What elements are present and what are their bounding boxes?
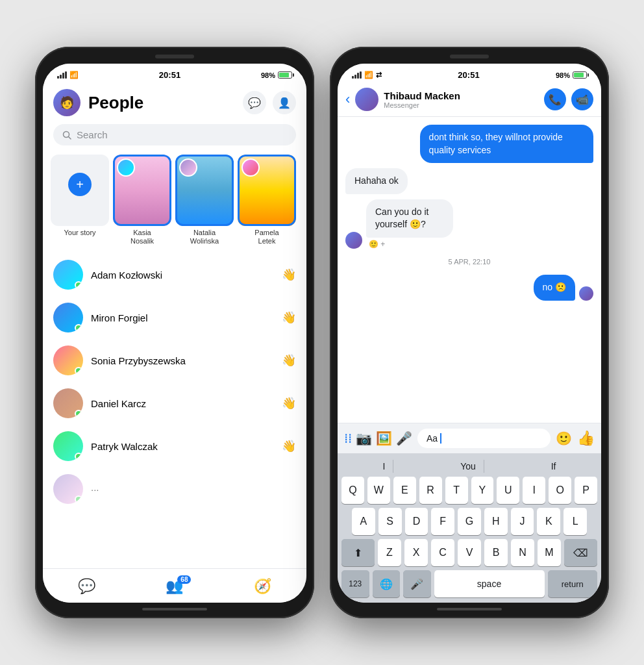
- tab-chat[interactable]: 💬: [65, 575, 108, 597]
- message-bubble-2: Hahaha ok: [345, 168, 408, 194]
- key-shift[interactable]: ⬆: [341, 539, 375, 566]
- emoji-icon[interactable]: 🙂: [556, 431, 572, 446]
- online-dot-daniel: [75, 410, 82, 418]
- key-q[interactable]: Q: [341, 477, 364, 504]
- status-time-right: 20:51: [458, 70, 479, 80]
- phone-call-button[interactable]: 📞: [544, 88, 566, 110]
- search-icon: [62, 131, 71, 140]
- contact-patryk[interactable]: Patryk Walczak 👋: [43, 425, 306, 468]
- key-h[interactable]: H: [484, 508, 508, 535]
- key-return[interactable]: return: [548, 570, 598, 597]
- wifi-icon: 📶: [69, 71, 79, 79]
- tab-discover[interactable]: 🧭: [241, 575, 284, 597]
- key-y[interactable]: Y: [471, 477, 494, 504]
- speaker-left: [155, 55, 194, 58]
- key-x[interactable]: X: [404, 539, 428, 566]
- kbd-row-4: 123 🌐 🎤 space return: [341, 570, 597, 600]
- chat-contact-avatar: [355, 88, 378, 111]
- camera-icon[interactable]: 📷: [356, 431, 372, 446]
- status-left-right: 📶 ⇄: [352, 71, 382, 79]
- message-icon-button[interactable]: 💬: [243, 91, 266, 114]
- key-p[interactable]: P: [575, 477, 597, 504]
- message-text-2: Hahaha ok: [354, 175, 399, 186]
- message-bubble-1: dont think so, they willnot provide qual…: [420, 125, 593, 163]
- tab-people[interactable]: 👥 68: [153, 575, 196, 597]
- contact-sonia[interactable]: Sonia Przybyszewska 👋: [43, 339, 306, 382]
- key-t[interactable]: T: [445, 477, 468, 504]
- speaker-right: [450, 55, 489, 58]
- phones-container: 📶 20:51 98% 🧑 People 💬: [35, 47, 609, 618]
- story-kasia[interactable]: KasiaNosalik: [113, 155, 171, 245]
- story-add-thumb: +: [51, 155, 109, 226]
- key-f[interactable]: F: [431, 508, 454, 535]
- contact-miron[interactable]: Miron Forgiel 👋: [43, 296, 306, 339]
- key-j[interactable]: J: [511, 508, 534, 535]
- key-b[interactable]: B: [484, 539, 508, 566]
- key-l[interactable]: L: [564, 508, 587, 535]
- grid-icon[interactable]: ⁞⁞: [344, 431, 352, 446]
- key-i[interactable]: I: [523, 477, 545, 504]
- online-dot-sonia: [75, 367, 82, 375]
- key-k[interactable]: K: [537, 508, 560, 535]
- key-w[interactable]: W: [367, 477, 390, 504]
- wave-icon-sonia: 👋: [282, 353, 296, 368]
- message-input[interactable]: Aa: [417, 429, 551, 448]
- wave-icon-patryk: 👋: [282, 439, 296, 453]
- add-person-icon: 👤: [278, 97, 291, 109]
- reaction-add: 🙂 +: [369, 240, 385, 249]
- key-u[interactable]: U: [497, 477, 519, 504]
- key-space[interactable]: space: [434, 570, 545, 597]
- status-bar-left: 📶 20:51 98%: [43, 64, 306, 82]
- contact-partial[interactable]: ···: [43, 468, 306, 510]
- contact-adam[interactable]: Adam Kozłowski 👋: [43, 253, 306, 296]
- key-globe[interactable]: 🌐: [373, 570, 401, 597]
- message-timestamp: 5 APR, 22:10: [345, 258, 593, 266]
- right-phone: 📶 ⇄ 20:51 98% ‹ Thibaud Macken Messenger: [330, 47, 609, 618]
- key-123[interactable]: 123: [341, 570, 369, 597]
- key-c[interactable]: C: [431, 539, 454, 566]
- suggestion-if[interactable]: If: [543, 460, 564, 473]
- contact-daniel[interactable]: Daniel Karcz 👋: [43, 382, 306, 425]
- keyboard-rows: Q W E R T Y U I O P A S: [340, 477, 599, 600]
- key-m[interactable]: M: [538, 539, 561, 566]
- video-call-button[interactable]: 📹: [571, 88, 593, 110]
- story-avatar-kasia: [117, 158, 135, 177]
- key-o[interactable]: O: [549, 477, 571, 504]
- story-natalia[interactable]: NataliaWolińska: [175, 155, 234, 245]
- wave-icon-daniel: 👋: [282, 396, 296, 410]
- key-r[interactable]: R: [419, 477, 442, 504]
- online-dot-miron: [75, 324, 82, 332]
- key-g[interactable]: G: [458, 508, 481, 535]
- suggestion-i[interactable]: I: [375, 460, 393, 473]
- story-avatar-pamela: [242, 158, 260, 177]
- chat-contact-info: Thibaud Macken Messenger: [384, 90, 539, 109]
- mic-icon[interactable]: 🎤: [396, 431, 412, 446]
- key-e[interactable]: E: [393, 477, 416, 504]
- key-s[interactable]: S: [378, 508, 402, 535]
- kbd-row-2: A S D F G H J K L: [341, 508, 597, 535]
- chat-contact-sub: Messenger: [384, 101, 539, 109]
- like-button[interactable]: 👍: [577, 430, 595, 447]
- back-button[interactable]: ‹: [345, 91, 350, 108]
- add-person-button[interactable]: 👤: [273, 91, 296, 114]
- message-row-1: dont think so, they willnot provide qual…: [345, 125, 593, 163]
- battery-percent-left: 98%: [261, 71, 275, 79]
- key-v[interactable]: V: [458, 539, 481, 566]
- story-your-story[interactable]: + Your story: [51, 155, 109, 245]
- input-placeholder: Aa: [427, 433, 438, 444]
- key-z[interactable]: Z: [378, 539, 401, 566]
- left-screen: 📶 20:51 98% 🧑 People 💬: [43, 64, 306, 603]
- key-mic[interactable]: 🎤: [403, 570, 431, 597]
- suggestion-you[interactable]: You: [452, 460, 484, 473]
- chat-action-buttons: 📞 📹: [544, 88, 593, 110]
- key-backspace[interactable]: ⌫: [564, 539, 597, 566]
- avatar-miron: [53, 303, 83, 332]
- key-a[interactable]: A: [352, 508, 375, 535]
- image-icon[interactable]: 🖼️: [376, 431, 392, 446]
- key-d[interactable]: D: [405, 508, 428, 535]
- story-label-pamela: PamelaLetek: [254, 229, 279, 245]
- story-pamela[interactable]: PamelaLetek: [238, 155, 296, 245]
- search-bar[interactable]: Search: [53, 124, 296, 145]
- key-n[interactable]: N: [511, 539, 534, 566]
- battery-icon-left: [278, 71, 292, 79]
